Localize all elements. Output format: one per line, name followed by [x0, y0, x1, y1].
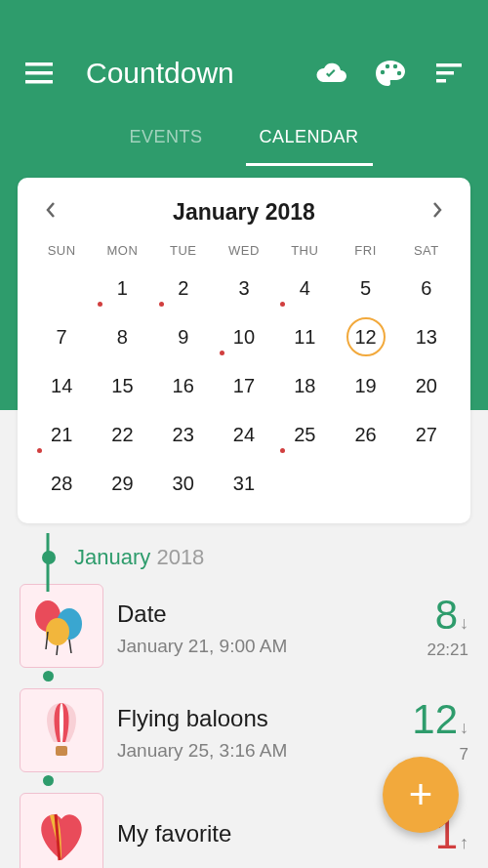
event-icon [20, 584, 103, 668]
day-cell[interactable]: 16 [153, 363, 214, 408]
countdown-number: 12 [412, 696, 458, 743]
svg-point-4 [386, 64, 389, 68]
day-cell[interactable]: 19 [335, 363, 395, 408]
dow-label: THU [274, 243, 335, 258]
timeline-year: 2018 [156, 545, 204, 569]
direction-icon: ↓ [460, 718, 468, 738]
timeline-dot-icon [42, 551, 56, 564]
svg-rect-8 [436, 71, 454, 75]
sort-icon[interactable] [429, 54, 468, 93]
days-grid: 1234567891011121314151617181920212223242… [31, 266, 457, 506]
day-cell[interactable]: 30 [153, 461, 214, 506]
dow-label: FRI [335, 243, 395, 258]
dow-label: SUN [31, 243, 92, 258]
event-dot-icon [280, 448, 285, 453]
day-cell[interactable]: 29 [92, 461, 152, 506]
top-bar: Countdown [0, 0, 488, 107]
day-cell[interactable]: 20 [396, 363, 457, 408]
day-cell[interactable]: 15 [92, 363, 152, 408]
day-cell[interactable]: 5 [335, 266, 395, 310]
event-datetime: January 21, 9:00 AM [117, 636, 421, 657]
calendar-title: January 2018 [173, 199, 315, 226]
svg-point-5 [393, 64, 397, 68]
event-dot-icon [220, 351, 224, 355]
day-cell[interactable]: 27 [396, 412, 457, 457]
day-cell[interactable]: 11 [274, 314, 335, 359]
direction-icon: ↑ [460, 833, 468, 853]
cloud-sync-icon[interactable] [312, 54, 351, 93]
day-cell[interactable]: 7 [31, 314, 92, 359]
day-cell [335, 461, 395, 506]
svg-rect-1 [25, 71, 53, 75]
direction-icon: ↓ [460, 613, 468, 634]
dow-label: MON [92, 243, 152, 258]
timeline-month-header: January 2018 [0, 545, 488, 580]
day-cell[interactable]: 4 [274, 266, 335, 310]
day-cell[interactable]: 2 [153, 266, 214, 310]
timeline-dot-icon [43, 775, 54, 786]
svg-point-6 [397, 71, 401, 75]
timeline-dot-icon [43, 671, 54, 682]
day-of-week-row: SUNMONTUEWEDTHUFRISAT [31, 239, 457, 266]
day-cell[interactable]: 10 [214, 314, 274, 359]
event-row[interactable]: DateJanuary 21, 9:00 AM8↓22:21 [0, 584, 488, 668]
day-cell[interactable]: 25 [274, 412, 335, 457]
svg-rect-9 [436, 79, 446, 83]
day-cell[interactable]: 24 [214, 412, 274, 457]
day-cell[interactable]: 6 [396, 266, 457, 310]
countdown-sub: 22:21 [427, 641, 468, 660]
palette-icon[interactable] [371, 54, 410, 93]
dow-label: TUE [153, 243, 214, 258]
svg-rect-13 [56, 746, 67, 756]
prev-month-icon[interactable] [37, 201, 64, 224]
day-cell[interactable]: 18 [274, 363, 335, 408]
dow-label: WED [214, 243, 274, 258]
day-cell[interactable]: 13 [396, 314, 457, 359]
tab-calendar[interactable]: CALENDAR [246, 117, 373, 166]
day-cell[interactable]: 23 [153, 412, 214, 457]
calendar-card: January 2018 SUNMONTUEWEDTHUFRISAT 12345… [18, 178, 470, 523]
countdown-sub: 7 [460, 745, 468, 765]
svg-rect-7 [436, 63, 462, 67]
tabs: EVENTS CALENDAR [0, 107, 488, 166]
tab-events[interactable]: EVENTS [115, 117, 216, 166]
event-dot-icon [98, 302, 102, 307]
add-event-button[interactable]: + [383, 757, 459, 833]
svg-rect-0 [25, 62, 53, 66]
svg-point-3 [381, 70, 385, 74]
countdown-number: 8 [435, 592, 458, 639]
event-dot-icon [280, 302, 285, 307]
day-cell [274, 461, 335, 506]
day-cell[interactable]: 28 [31, 461, 92, 506]
next-month-icon[interactable] [424, 201, 451, 224]
menu-icon[interactable] [20, 54, 59, 93]
day-cell[interactable]: 22 [92, 412, 152, 457]
day-cell[interactable]: 21 [31, 412, 92, 457]
page-title: Countdown [86, 57, 234, 90]
day-cell[interactable]: 1 [92, 266, 152, 310]
calendar-header: January 2018 [31, 199, 457, 239]
day-cell[interactable]: 3 [214, 266, 274, 310]
day-cell[interactable]: 17 [214, 363, 274, 408]
day-cell[interactable]: 14 [31, 363, 92, 408]
event-dot-icon [37, 448, 42, 453]
svg-point-12 [46, 618, 69, 645]
event-name: My favorite [117, 820, 429, 847]
event-dot-icon [159, 302, 164, 307]
event-datetime: January 25, 3:16 AM [117, 740, 406, 762]
day-cell[interactable]: 8 [92, 314, 152, 359]
day-cell[interactable]: 31 [214, 461, 274, 506]
event-name: Date [117, 600, 421, 628]
day-cell [396, 461, 457, 506]
day-cell[interactable]: 26 [335, 412, 395, 457]
timeline-month: January [74, 545, 150, 569]
event-icon [20, 688, 103, 772]
timeline-month-label: January 2018 [74, 545, 204, 570]
day-cell[interactable]: 12 [335, 314, 395, 359]
day-cell [31, 266, 92, 310]
svg-rect-2 [25, 80, 53, 84]
event-icon [20, 793, 103, 868]
plus-icon: + [409, 771, 433, 818]
day-cell[interactable]: 9 [153, 314, 214, 359]
event-name: Flying baloons [117, 705, 406, 732]
